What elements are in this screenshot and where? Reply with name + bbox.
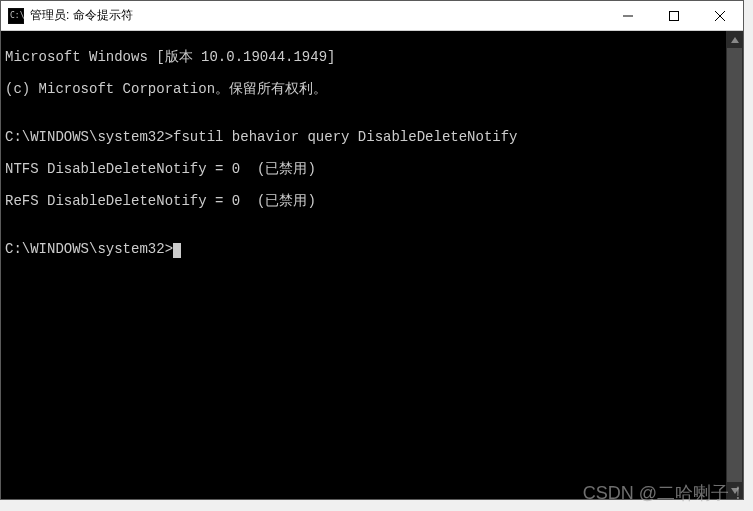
- scrollbar-thumb[interactable]: [727, 48, 742, 482]
- terminal-output[interactable]: Microsoft Windows [版本 10.0.19044.1949] (…: [1, 31, 743, 499]
- copyright-line: (c) Microsoft Corporation。保留所有权利。: [5, 81, 739, 97]
- prompt-2: C:\WINDOWS\system32>: [5, 241, 173, 257]
- command-text: fsutil behavior query DisableDeleteNotif…: [173, 129, 517, 145]
- scroll-down-arrow[interactable]: [726, 482, 743, 499]
- output-line-1: NTFS DisableDeleteNotify = 0 (已禁用): [5, 161, 739, 177]
- command-line-1: C:\WINDOWS\system32>fsutil behavior quer…: [5, 129, 739, 145]
- command-line-2: C:\WINDOWS\system32>: [5, 241, 739, 257]
- cmd-window: C:\ 管理员: 命令提示符 Microsoft Windows [版本 10.…: [0, 0, 744, 500]
- maximize-button[interactable]: [651, 1, 697, 30]
- vertical-scrollbar[interactable]: [726, 31, 743, 499]
- version-line: Microsoft Windows [版本 10.0.19044.1949]: [5, 49, 739, 65]
- titlebar[interactable]: C:\ 管理员: 命令提示符: [1, 1, 743, 31]
- output-line-2: ReFS DisableDeleteNotify = 0 (已禁用): [5, 193, 739, 209]
- cursor: [173, 243, 181, 258]
- scroll-up-arrow[interactable]: [726, 31, 743, 48]
- window-title: 管理员: 命令提示符: [30, 7, 605, 24]
- cmd-icon: C:\: [8, 8, 24, 24]
- svg-marker-8: [731, 488, 739, 494]
- svg-rect-4: [670, 11, 679, 20]
- svg-text:C:\: C:\: [10, 11, 24, 20]
- minimize-button[interactable]: [605, 1, 651, 30]
- window-controls: [605, 1, 743, 30]
- svg-marker-7: [731, 37, 739, 43]
- prompt-1: C:\WINDOWS\system32>: [5, 129, 173, 145]
- close-button[interactable]: [697, 1, 743, 30]
